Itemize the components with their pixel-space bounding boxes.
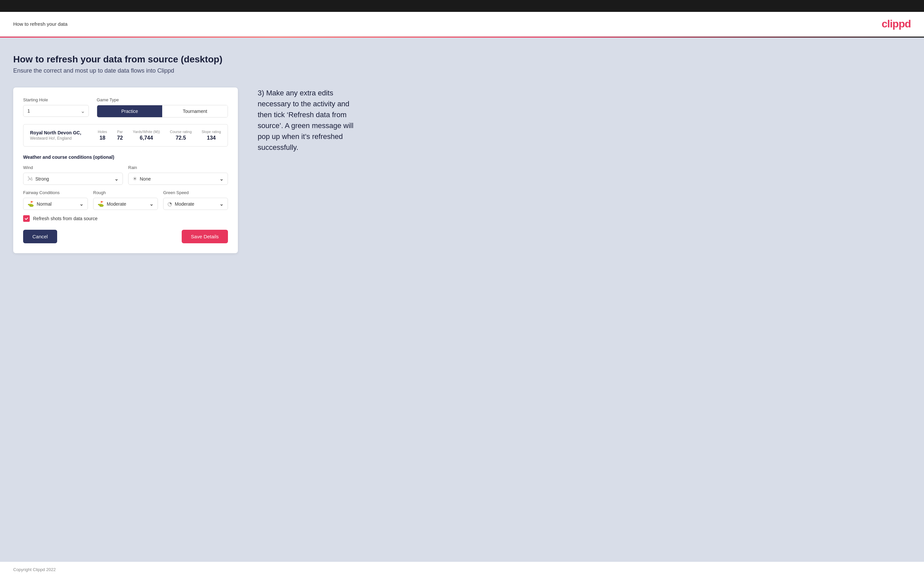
top-form-row: Starting Hole 1 ⌄ Game Type Practice Tou… — [23, 97, 228, 118]
checkmark-icon — [24, 216, 28, 221]
conditions-title: Weather and course conditions (optional) — [23, 155, 228, 160]
green-speed-select-label: ◔ Moderate — [168, 201, 194, 207]
course-name-block: Royal North Devon GC, Westward Ho!, Engl… — [30, 130, 91, 140]
game-type-buttons: Practice Tournament — [97, 105, 228, 118]
rain-value: None — [140, 176, 151, 182]
fairway-value: Normal — [37, 201, 52, 206]
header-title: How to refresh your data — [13, 21, 68, 27]
holes-label: Holes — [98, 130, 107, 134]
stat-course-rating: Course rating 72.5 — [170, 130, 192, 141]
rain-icon: ☀ — [132, 176, 137, 182]
wind-select-label: 🌬 Strong — [27, 176, 49, 182]
rain-select-label: ☀ None — [132, 176, 151, 182]
green-speed-value: Moderate — [175, 201, 194, 206]
wind-label: Wind — [23, 165, 123, 170]
slope-rating-value: 134 — [207, 135, 216, 140]
wind-icon: 🌬 — [27, 176, 33, 182]
wind-select[interactable]: 🌬 Strong ⌄ — [23, 172, 123, 185]
header: How to refresh your data clippd — [0, 12, 924, 37]
rain-chevron-icon: ⌄ — [220, 176, 224, 182]
green-speed-chevron-icon: ⌄ — [220, 201, 224, 207]
top-bar — [0, 0, 924, 12]
refresh-checkbox-label: Refresh shots from data source — [33, 216, 97, 221]
course-rating-value: 72.5 — [176, 135, 186, 140]
tournament-button[interactable]: Tournament — [162, 105, 228, 117]
green-speed-group: Green Speed ◔ Moderate ⌄ — [163, 190, 228, 210]
green-speed-icon: ◔ — [168, 201, 172, 207]
game-type-group: Game Type Practice Tournament — [97, 97, 228, 118]
wind-value: Strong — [36, 176, 49, 182]
game-type-label: Game Type — [97, 97, 228, 102]
holes-value: 18 — [99, 135, 105, 140]
form-actions: Cancel Save Details — [23, 230, 228, 243]
fairway-select[interactable]: ⛳ Normal ⌄ — [23, 198, 88, 210]
fairway-select-label: ⛳ Normal — [27, 201, 52, 207]
practice-button[interactable]: Practice — [97, 105, 163, 117]
rough-group: Rough ⛳ Moderate ⌄ — [93, 190, 158, 210]
rough-value: Moderate — [107, 201, 126, 206]
fairway-chevron-icon: ⌄ — [79, 201, 84, 207]
instruction-text: 3) Make any extra edits necessary to the… — [258, 87, 363, 153]
fairway-icon: ⛳ — [27, 201, 34, 207]
content-area: Starting Hole 1 ⌄ Game Type Practice Tou… — [13, 87, 911, 253]
wind-rain-row: Wind 🌬 Strong ⌄ Rain ☀ None — [23, 165, 228, 185]
rough-icon: ⛳ — [97, 201, 104, 207]
course-info-box: Royal North Devon GC, Westward Ho!, Engl… — [23, 124, 228, 147]
rough-select[interactable]: ⛳ Moderate ⌄ — [93, 198, 158, 210]
rough-select-label: ⛳ Moderate — [97, 201, 126, 207]
cancel-button[interactable]: Cancel — [23, 230, 57, 243]
course-location: Westward Ho!, England — [30, 136, 91, 140]
rain-group: Rain ☀ None ⌄ — [128, 165, 228, 185]
page-subtitle: Ensure the correct and most up to date d… — [13, 67, 911, 74]
refresh-checkbox[interactable] — [23, 215, 30, 222]
starting-hole-label: Starting Hole — [23, 97, 89, 102]
logo: clippd — [882, 18, 911, 30]
instruction-area: 3) Make any extra edits necessary to the… — [258, 87, 363, 153]
rough-chevron-icon: ⌄ — [149, 201, 153, 207]
course-stats: Holes 18 Par 72 Yards/White (M)) 6,744 C… — [98, 130, 221, 141]
conditions-second-row: Fairway Conditions ⛳ Normal ⌄ Rough ⛳ — [23, 190, 228, 210]
wind-chevron-icon: ⌄ — [114, 176, 119, 182]
refresh-checkbox-row: Refresh shots from data source — [23, 215, 228, 222]
save-button[interactable]: Save Details — [182, 230, 228, 243]
rough-label: Rough — [93, 190, 158, 195]
slope-rating-label: Slope rating — [202, 130, 221, 134]
stat-par: Par 72 — [117, 130, 123, 141]
fairway-label: Fairway Conditions — [23, 190, 88, 195]
starting-hole-group: Starting Hole 1 ⌄ — [23, 97, 89, 118]
par-label: Par — [117, 130, 123, 134]
rain-select[interactable]: ☀ None ⌄ — [128, 172, 228, 185]
par-value: 72 — [117, 135, 123, 140]
yards-value: 6,744 — [140, 135, 153, 140]
green-speed-label: Green Speed — [163, 190, 228, 195]
footer: Copyright Clippd 2022 — [0, 562, 924, 577]
starting-hole-wrapper: 1 ⌄ — [23, 105, 89, 117]
rain-label: Rain — [128, 165, 228, 170]
stat-holes: Holes 18 — [98, 130, 107, 141]
green-speed-select[interactable]: ◔ Moderate ⌄ — [163, 198, 228, 210]
stat-slope-rating: Slope rating 134 — [202, 130, 221, 141]
starting-hole-select[interactable]: 1 — [23, 105, 89, 117]
main-content: How to refresh your data from source (de… — [0, 38, 924, 562]
stat-yards: Yards/White (M)) 6,744 — [133, 130, 160, 141]
course-name: Royal North Devon GC, — [30, 130, 91, 135]
page-title: How to refresh your data from source (de… — [13, 54, 911, 65]
footer-copyright: Copyright Clippd 2022 — [13, 567, 56, 572]
course-rating-label: Course rating — [170, 130, 192, 134]
yards-label: Yards/White (M)) — [133, 130, 160, 134]
wind-group: Wind 🌬 Strong ⌄ — [23, 165, 123, 185]
fairway-group: Fairway Conditions ⛳ Normal ⌄ — [23, 190, 88, 210]
form-card: Starting Hole 1 ⌄ Game Type Practice Tou… — [13, 87, 238, 253]
